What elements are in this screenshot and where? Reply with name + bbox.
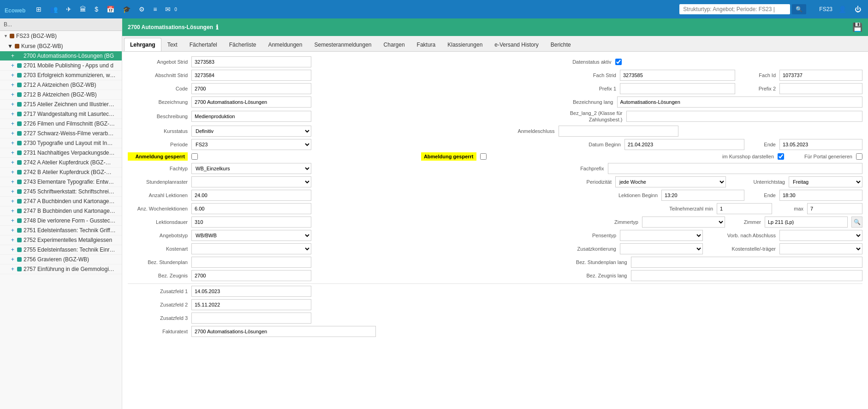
- bezeichnung-input[interactable]: [191, 96, 311, 108]
- angebotstyp-select[interactable]: WB/BWB: [191, 230, 311, 241]
- sidebar-sub-header-kurse[interactable]: ▼ Kurse (BGZ-WB): [0, 41, 122, 51]
- kostenstelle-select[interactable]: [779, 243, 862, 254]
- vorb-nach-abschluss-select[interactable]: [779, 230, 862, 241]
- sidebar-item-2756[interactable]: + 2756 Gravieren (BGZ-WB): [0, 255, 122, 265]
- zusatzfeld3-input[interactable]: [191, 313, 311, 324]
- nav-icon-calendar[interactable]: 📅: [104, 5, 117, 14]
- sidebar-item-2726[interactable]: + 2726 Filmen und Filmschnitt (BGZ-W...: [0, 119, 122, 129]
- bez-stundenplan-lang-input[interactable]: [631, 257, 863, 268]
- sidebar-item-2747b[interactable]: + 2747 B Buchbinden und Kartonage (B...: [0, 206, 122, 216]
- kostenart-select[interactable]: [191, 243, 311, 254]
- period-selector[interactable]: FS23: [819, 6, 832, 12]
- sidebar-item-2703[interactable]: + 2703 Erfolgreich kommunizieren, wirk..…: [0, 71, 122, 80]
- lektionen-beginn-input[interactable]: [661, 190, 744, 201]
- tab-chargen[interactable]: Chargen: [378, 38, 411, 51]
- fakturatext-input[interactable]: [191, 326, 376, 337]
- teilnehmerzahl-min-input[interactable]: [717, 203, 772, 214]
- sidebar-item-2731[interactable]: + 2731 Nachhaltiges Verpackungsdesig...: [0, 148, 122, 158]
- anz-wochenlektionen-input[interactable]: [191, 203, 311, 214]
- sidebar-item-2743[interactable]: + 2743 Elementare Typografie: Entwe...: [0, 177, 122, 187]
- tab-semesteranmeldungen[interactable]: Semesteranmeldungen: [308, 38, 377, 51]
- tab-lehrgang[interactable]: Lehrgang: [124, 38, 161, 51]
- fuer-portal-checkbox[interactable]: [856, 153, 862, 160]
- bezeichnung-lang-input[interactable]: [617, 96, 863, 108]
- sidebar-item-2745[interactable]: + 2745 Schriftwerkstatt: Schriftschreibe…: [0, 187, 122, 197]
- nav-icon-users[interactable]: 👥: [48, 5, 60, 14]
- zimmer-search-button[interactable]: 🔍: [851, 217, 862, 228]
- sidebar-item-2752[interactable]: + 2752 Experimentelles Metallgiessen: [0, 235, 122, 245]
- lektionen-ende-input[interactable]: [779, 190, 862, 201]
- kursstatus-select[interactable]: Definitiv: [191, 126, 311, 137]
- periodizitaet-select[interactable]: jede Woche: [615, 176, 726, 187]
- tab-eversand[interactable]: e-Versand History: [488, 38, 544, 51]
- nav-icon-dollar[interactable]: $: [92, 5, 101, 14]
- sidebar-group-fs23-header[interactable]: ▼ FS23 (BGZ-WB): [0, 31, 122, 41]
- tab-fachertafel[interactable]: Fächertafel: [184, 38, 223, 51]
- search-input[interactable]: [679, 4, 790, 14]
- save-button[interactable]: 💾: [852, 22, 862, 32]
- sidebar-item-2717[interactable]: + 2717 Wandgestaltung mit Lasurtechn...: [0, 109, 122, 119]
- sidebar-item-2712b[interactable]: + 2712 B Aktzeichen (BGZ-WB): [0, 90, 122, 100]
- tab-facherliste[interactable]: Fächerliste: [223, 38, 262, 51]
- sidebar-item-2712a[interactable]: + 2712 A Aktzeichen (BGZ-WB): [0, 80, 122, 90]
- angebot-strid-input[interactable]: [191, 56, 311, 67]
- max-input[interactable]: [807, 203, 862, 214]
- tab-anmeldungen[interactable]: Anmeldungen: [262, 38, 308, 51]
- user-icon[interactable]: 👤: [836, 5, 849, 14]
- sidebar-item-2742b[interactable]: + 2742 B Atelier Kupferdruck (BGZ-WE...: [0, 168, 122, 177]
- zusatzfeld2-input[interactable]: [191, 299, 311, 310]
- unterrichtstag-select[interactable]: Freitag: [789, 176, 862, 187]
- fach-strid-input[interactable]: [620, 70, 735, 81]
- datum-beginn-input[interactable]: [624, 139, 744, 150]
- nav-icon-messages[interactable]: ✉ 0: [163, 5, 182, 14]
- prefix2-input[interactable]: [779, 83, 862, 94]
- nav-icon-settings[interactable]: ⚙: [137, 5, 147, 14]
- sidebar-item-2757[interactable]: + 2757 Einführung in die Gemmologie (...: [0, 265, 122, 274]
- tab-klassierungen[interactable]: Klassierungen: [441, 38, 488, 51]
- info-icon[interactable]: ℹ: [216, 24, 218, 31]
- app-logo[interactable]: Ecoweb: [5, 4, 25, 15]
- bez-lang2-input[interactable]: [626, 111, 863, 122]
- im-kursshop-checkbox[interactable]: [778, 153, 784, 160]
- nav-icon-menu[interactable]: ≡: [151, 5, 159, 14]
- sidebar-item-2701[interactable]: + 2701 Mobile Publishing - Apps und d: [0, 61, 122, 71]
- sidebar-item-2755[interactable]: + 2755 Edelsteinfassen: Technik Einrei..…: [0, 245, 122, 255]
- zusatzkontierung-select[interactable]: [620, 243, 703, 254]
- tab-berichte[interactable]: Berichte: [545, 38, 577, 51]
- abmeldung-gesperrt-checkbox[interactable]: [480, 153, 487, 160]
- anmeldung-gesperrt-checkbox[interactable]: [191, 153, 198, 160]
- anzahl-lektionen-input[interactable]: [191, 190, 311, 201]
- bez-stundenplan-input[interactable]: [191, 257, 311, 268]
- nav-icon-graduation[interactable]: 🎓: [120, 5, 133, 14]
- sidebar-item-2742a[interactable]: + 2742 A Atelier Kupferdruck (BGZ-WE...: [0, 158, 122, 168]
- bez-zeugnis-input[interactable]: [191, 270, 311, 281]
- beschreibung-input[interactable]: [191, 111, 311, 122]
- sidebar-item-2700[interactable]: + 2700 Automatisations-Lösungen (BG: [0, 51, 122, 61]
- tab-faktura[interactable]: Faktura: [411, 38, 442, 51]
- tab-text[interactable]: Text: [161, 38, 184, 51]
- zimmertyp-select[interactable]: [642, 217, 725, 228]
- fachtyp-select[interactable]: WB_Einzelkurs: [191, 163, 311, 174]
- power-icon[interactable]: ⏻: [852, 5, 863, 14]
- code-input[interactable]: [191, 83, 311, 94]
- abschnitt-strid-input[interactable]: [191, 70, 311, 81]
- nav-icon-table[interactable]: ⊞: [34, 5, 44, 14]
- sidebar-item-2748[interactable]: + 2748 Die verlorene Form - Gusstechn...: [0, 216, 122, 226]
- pensentyp-select[interactable]: [620, 230, 703, 241]
- datenstatus-aktiv-checkbox[interactable]: [615, 59, 622, 65]
- nav-icon-send[interactable]: ✈: [64, 5, 74, 14]
- periode-select[interactable]: FS23: [191, 139, 311, 150]
- sidebar-item-2751[interactable]: + 2751 Edelsteinfassen: Technik Griffa..…: [0, 226, 122, 235]
- search-button[interactable]: 🔍: [792, 4, 806, 14]
- sidebar-item-2730[interactable]: + 2730 Typografie und Layout mit InDes..…: [0, 138, 122, 148]
- prefix1-input[interactable]: [620, 83, 735, 94]
- bez-zeugnis-lang-input[interactable]: [631, 270, 863, 281]
- sidebar-item-2747a[interactable]: + 2747 A Buchbinden und Kartonage (B...: [0, 197, 122, 206]
- fach-id-input[interactable]: [779, 70, 862, 81]
- stundenplanraster-select[interactable]: [191, 176, 311, 187]
- zimmer-input[interactable]: [765, 217, 848, 228]
- sidebar-item-2727[interactable]: + 2727 Schwarz-Weiss-Filme verarbeiten..…: [0, 129, 122, 138]
- zusatzfeld1-input[interactable]: [191, 286, 311, 297]
- datum-ende-input[interactable]: [779, 139, 862, 150]
- sidebar-item-2715[interactable]: + 2715 Atelier Zeichnen und Illustrieren…: [0, 100, 122, 109]
